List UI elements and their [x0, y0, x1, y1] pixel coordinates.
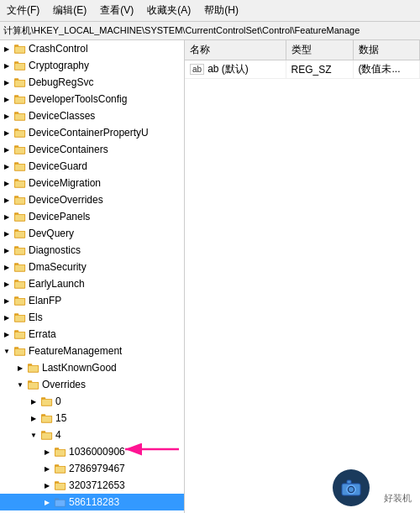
menu-edit[interactable]: 编辑(E)	[50, 2, 90, 19]
col-name[interactable]: 名称	[185, 40, 286, 60]
svg-rect-40	[14, 263, 18, 265]
expand-arrow[interactable]	[0, 260, 13, 274]
menu-view[interactable]: 查看(V)	[97, 2, 137, 19]
expand-arrow[interactable]	[0, 210, 13, 223]
svg-rect-47	[15, 299, 24, 305]
folder-icon	[13, 243, 27, 257]
expand-arrow[interactable]	[40, 462, 54, 475]
expand-arrow[interactable]	[0, 193, 13, 207]
expand-arrow[interactable]	[13, 378, 27, 391]
expand-arrow[interactable]	[0, 294, 13, 307]
address-bar: 计算机\HKEY_LOCAL_MACHINE\SYSTEM\CurrentCon…	[0, 22, 420, 40]
tree-item-devicepanels[interactable]: DevicePanels	[0, 208, 184, 225]
folder-icon	[13, 92, 27, 106]
tree-item-devicecontainers[interactable]: DeviceContainers	[0, 141, 184, 158]
expand-arrow[interactable]	[0, 311, 13, 324]
folder-icon	[27, 361, 40, 374]
expand-arrow[interactable]	[0, 176, 13, 190]
tree-item-label: DeviceGuard	[29, 160, 87, 172]
expand-arrow[interactable]	[27, 411, 40, 425]
svg-rect-65	[42, 400, 51, 406]
tree-item-overrides[interactable]: Overrides	[0, 376, 184, 393]
expand-arrow[interactable]	[27, 395, 40, 408]
expand-arrow[interactable]	[0, 327, 13, 341]
tree-item-label: DmaSecurity	[29, 261, 87, 273]
expand-arrow[interactable]	[40, 479, 54, 492]
tree-item-featuremanagement[interactable]: FeatureManagement	[0, 343, 184, 359]
tree-item-item0[interactable]: 0	[0, 393, 184, 410]
tree-item-deviceoverrides[interactable]: DeviceOverrides	[0, 191, 184, 208]
svg-rect-55	[14, 347, 18, 349]
folder-icon	[54, 445, 67, 458]
tree-item-label: 3203712653	[69, 479, 125, 491]
menu-favorites[interactable]: 收藏夹(A)	[144, 2, 194, 19]
tree-item-item3203712653[interactable]: 3203712653	[0, 477, 184, 494]
folder-icon	[13, 109, 27, 123]
expand-arrow[interactable]	[27, 428, 40, 442]
svg-rect-20	[15, 148, 24, 154]
tree-item-cryptography[interactable]: Cryptography	[0, 57, 184, 74]
svg-rect-41	[15, 265, 24, 271]
tree-item-label: Cryptography	[29, 60, 89, 71]
svg-rect-29	[15, 198, 24, 204]
folder-icon	[13, 227, 27, 240]
tree-item-item1036000906[interactable]: 1036000906	[0, 443, 184, 460]
tree-item-lastknowngood[interactable]: LastKnownGood	[0, 359, 184, 376]
svg-rect-25	[14, 179, 18, 181]
tree-item-debugregsvc[interactable]: DebugRegSvc	[0, 74, 184, 91]
expand-arrow[interactable]	[0, 277, 13, 291]
expand-arrow[interactable]	[13, 361, 27, 374]
expand-arrow[interactable]	[0, 76, 13, 89]
menu-file[interactable]: 文件(F)	[3, 2, 43, 19]
svg-rect-11	[15, 97, 24, 103]
expand-arrow[interactable]	[0, 92, 13, 106]
tree-item-diagnostics[interactable]: Diagnostics	[0, 242, 184, 259]
svg-rect-59	[29, 366, 38, 372]
tree-item-label: 0	[55, 395, 61, 407]
menu-help[interactable]: 帮助(H)	[201, 2, 242, 19]
tree-item-devquery[interactable]: DevQuery	[0, 225, 184, 242]
tree-item-deviceclasses[interactable]: DeviceClasses	[0, 107, 184, 124]
tree-item-devicecontainerpropertyu[interactable]: DeviceContainerPropertyU	[0, 124, 184, 141]
expand-arrow[interactable]	[0, 109, 13, 123]
tree-item-dmasecurity[interactable]: DmaSecurity	[0, 259, 184, 275]
tree-item-label: DevQuery	[29, 228, 74, 239]
col-type[interactable]: 类型	[286, 40, 353, 60]
folder-icon	[13, 176, 27, 190]
tree-item-errata[interactable]: Errata	[0, 326, 184, 343]
tree-item-earlylaunch[interactable]: EarlyLaunch	[0, 275, 184, 292]
expand-arrow[interactable]	[0, 143, 13, 156]
tree-item-label: DeveloperToolsConfig	[29, 93, 127, 105]
tree-item-label: EarlyLaunch	[29, 278, 85, 290]
expand-arrow[interactable]	[0, 344, 13, 358]
tree-item-item4[interactable]: 4	[0, 427, 184, 443]
tree-item-devicemigration[interactable]: DeviceMigration	[0, 175, 184, 191]
expand-arrow[interactable]	[0, 42, 13, 55]
tree-item-label: 2786979467	[69, 463, 125, 474]
cell-name: ab ab (默认)	[185, 60, 286, 79]
tree-item-deviceguard[interactable]: DeviceGuard	[0, 158, 184, 175]
tree-item-item2786979467[interactable]: 2786979467	[0, 460, 184, 477]
expand-arrow[interactable]	[0, 243, 13, 257]
col-data[interactable]: 数据	[353, 40, 420, 60]
tree-item-developertoolsconfig[interactable]: DeveloperToolsConfig	[0, 91, 184, 107]
folder-icon	[13, 42, 27, 55]
tree-item-label: Overrides	[42, 379, 86, 390]
tree-item-item586118283[interactable]: 586118283	[0, 494, 184, 510]
tree-item-els[interactable]: Els	[0, 309, 184, 326]
expand-arrow[interactable]	[0, 227, 13, 240]
tree-item-label: DeviceOverrides	[29, 194, 103, 206]
expand-arrow[interactable]	[0, 126, 13, 139]
table-row[interactable]: ab ab (默认) REG_SZ(数值未...	[185, 60, 420, 79]
folder-icon	[54, 495, 67, 509]
expand-arrow[interactable]	[0, 160, 13, 173]
svg-rect-53	[15, 332, 24, 338]
expand-arrow[interactable]	[40, 445, 54, 458]
folder-icon	[13, 277, 27, 291]
expand-arrow[interactable]	[0, 59, 13, 72]
tree-item-elanfp[interactable]: ElanFP	[0, 292, 184, 309]
watermark: 好装机	[384, 492, 412, 505]
tree-item-crashcontrol[interactable]: CrashControl	[0, 40, 184, 57]
tree-item-item15[interactable]: 15	[0, 410, 184, 427]
expand-arrow[interactable]	[40, 495, 54, 509]
